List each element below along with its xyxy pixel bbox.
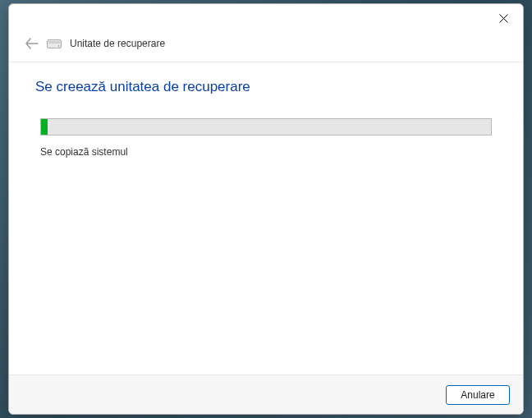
content-area: Se creează unitatea de recuperare Se cop… [9,62,523,374]
close-button[interactable] [492,9,515,27]
back-arrow-icon [25,38,39,49]
cancel-button[interactable]: Anulare [446,385,510,405]
close-icon [499,14,508,23]
dialog-window: Unitate de recuperare Se creează unitate… [8,3,524,415]
progress-fill [41,119,48,135]
status-text: Se copiază sistemul [40,146,492,158]
page-heading: Se creează unitatea de recuperare [35,79,498,95]
svg-rect-3 [48,41,60,44]
progress-container: Se copiază sistemul [40,118,492,158]
progress-bar [40,118,492,136]
titlebar [9,4,523,30]
header-row: Unitate de recuperare [9,30,523,62]
svg-point-4 [58,45,60,47]
footer: Anulare [9,374,523,414]
drive-icon [47,39,62,48]
back-button[interactable] [24,35,40,52]
window-title: Unitate de recuperare [70,38,165,49]
